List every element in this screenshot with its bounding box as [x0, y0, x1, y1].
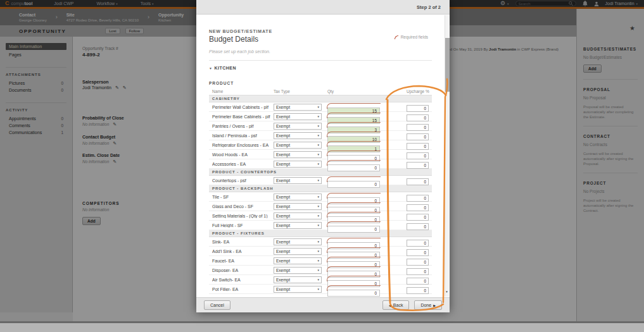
required-field-marker: [327, 212, 380, 219]
done-button[interactable]: Done▶: [414, 300, 442, 310]
qty-cell: [327, 151, 407, 158]
tax-type-cell: Exempt▾: [274, 104, 327, 111]
qty-input[interactable]: [327, 181, 380, 188]
tax-type-value: Exempt: [276, 223, 317, 228]
qty-input[interactable]: [327, 164, 380, 171]
qty-input[interactable]: [327, 290, 380, 297]
tax-type-cell: Exempt▾: [274, 123, 327, 130]
done-arrow-icon: ▶: [433, 304, 436, 307]
tax-type-value: Exempt: [276, 259, 317, 263]
product-name: Glass and Deco - SF: [212, 204, 274, 209]
wizard-step-bar: Step 2 of 2: [196, 0, 450, 15]
tax-type-select[interactable]: Exempt▾: [274, 104, 322, 111]
product-name: Air Switch- EA: [212, 278, 274, 282]
qty-cell: [327, 257, 407, 264]
scrollbar-down-arrow[interactable]: ▾: [445, 290, 449, 293]
back-button[interactable]: ◀Back: [382, 300, 409, 310]
tax-type-value: Exempt: [276, 214, 317, 218]
chevron-down-icon: ▾: [317, 287, 319, 291]
required-field-marker: [327, 113, 380, 120]
tax-type-select[interactable]: Exempt▾: [274, 151, 322, 158]
chevron-down-icon: ▾: [317, 249, 319, 253]
modal-scrollbar[interactable]: [445, 15, 449, 297]
cancel-button[interactable]: Cancel: [204, 300, 230, 310]
tax-type-select[interactable]: Exempt▾: [274, 132, 322, 139]
upcharge-cell: [407, 219, 429, 231]
tax-type-select[interactable]: Exempt▾: [274, 203, 322, 210]
upcharge-input[interactable]: [407, 178, 429, 185]
product-name: Faucet- EA: [212, 259, 274, 263]
required-field-marker: [327, 286, 380, 293]
tax-type-select[interactable]: Exempt▾: [274, 286, 322, 293]
table-row: Full Height - SFExempt▾: [209, 221, 432, 230]
upcharge-input[interactable]: [407, 223, 429, 230]
table-row: Pantries / Ovens - plfExempt▾: [209, 121, 432, 131]
tax-type-select[interactable]: Exempt▾: [274, 238, 322, 245]
table-row: Island / Peninsula - psfExempt▾: [209, 131, 432, 140]
qty-cell: [327, 161, 407, 168]
required-field-marker: [327, 238, 380, 245]
chevron-down-icon: ▾: [317, 178, 319, 182]
tax-type-cell: Exempt▾: [274, 151, 327, 158]
required-field-marker: [327, 194, 380, 200]
table-row: Air Switch- EAExempt▾: [209, 275, 432, 285]
modal-eyebrow: NEW BUDGET/ESTIMATE: [209, 29, 432, 34]
tax-type-select[interactable]: Exempt▾: [274, 161, 322, 168]
table-row: Add'l Sink - EAExempt▾: [209, 247, 432, 256]
product-section-header: PRODUCT - FIXTURES: [209, 230, 432, 237]
tax-type-select[interactable]: Exempt▾: [274, 267, 322, 274]
tax-type-value: Exempt: [276, 133, 317, 138]
tax-type-select[interactable]: Exempt▾: [274, 142, 322, 149]
tax-type-cell: Exempt▾: [274, 267, 327, 274]
qty-input[interactable]: [327, 226, 380, 233]
tax-type-value: Exempt: [276, 178, 317, 183]
tax-type-select[interactable]: Exempt▾: [274, 257, 322, 264]
tax-type-cell: Exempt▾: [274, 222, 327, 229]
tax-type-value: Exempt: [276, 105, 317, 109]
chevron-down-icon: ▾: [317, 114, 319, 118]
upcharge-input[interactable]: [407, 162, 429, 169]
qty-cell: [327, 222, 407, 229]
product-group-label: PRODUCT: [209, 81, 432, 85]
table-row: Disposer- EAExempt▾: [209, 266, 432, 275]
chevron-down-icon: ▾: [317, 268, 319, 272]
scrollbar-thumb[interactable]: [445, 38, 450, 92]
tax-type-select[interactable]: Exempt▾: [274, 248, 322, 255]
upcharge-input[interactable]: [407, 287, 429, 294]
tax-type-value: Exempt: [276, 152, 317, 157]
chevron-down-icon: ▾: [317, 124, 319, 128]
qty-cell: [327, 113, 407, 120]
qty-cell: [327, 104, 407, 111]
required-field-marker: [327, 132, 380, 139]
chevron-down-icon: ▾: [317, 143, 319, 147]
qty-cell: [327, 212, 407, 219]
tax-type-cell: Exempt▾: [274, 113, 327, 120]
required-field-marker: [327, 151, 380, 158]
chevron-down-icon: ▾: [317, 105, 319, 109]
tax-type-select[interactable]: Exempt▾: [274, 212, 322, 219]
tax-type-cell: Exempt▾: [274, 248, 327, 255]
tax-type-cell: Exempt▾: [274, 238, 327, 245]
tax-type-select[interactable]: Exempt▾: [274, 177, 322, 184]
tax-type-select[interactable]: Exempt▾: [274, 123, 322, 130]
product-name: Pantries / Ovens - plf: [212, 124, 274, 128]
tax-type-select[interactable]: Exempt▾: [274, 222, 322, 229]
product-section-header: PRODUCT - BACKSPLASH: [209, 185, 432, 192]
budget-details-modal: Step 2 of 2 NEW BUDGET/ESTIMATE Budget D…: [196, 0, 450, 312]
qty-cell: [327, 194, 407, 200]
step-indicator: Step 2 of 2: [417, 4, 441, 10]
table-row: Faucet- EAExempt▾: [209, 256, 432, 266]
job-section-toggle[interactable]: ▼KITCHEN: [209, 66, 432, 70]
tax-type-select[interactable]: Exempt▾: [274, 276, 322, 283]
tax-type-select[interactable]: Exempt▾: [274, 113, 322, 120]
qty-cell: [327, 248, 407, 255]
qty-cell: [327, 123, 407, 130]
tax-type-value: Exempt: [276, 143, 317, 147]
product-name: Countertops - psf: [212, 178, 274, 183]
tax-type-value: Exempt: [276, 124, 317, 128]
tax-type-select[interactable]: Exempt▾: [274, 194, 322, 200]
tax-type-cell: Exempt▾: [274, 194, 327, 200]
required-field-marker: [327, 267, 380, 274]
table-row: Countertops - psfExempt▾: [209, 176, 432, 185]
product-name: Wood Hoods - EA: [212, 152, 274, 157]
